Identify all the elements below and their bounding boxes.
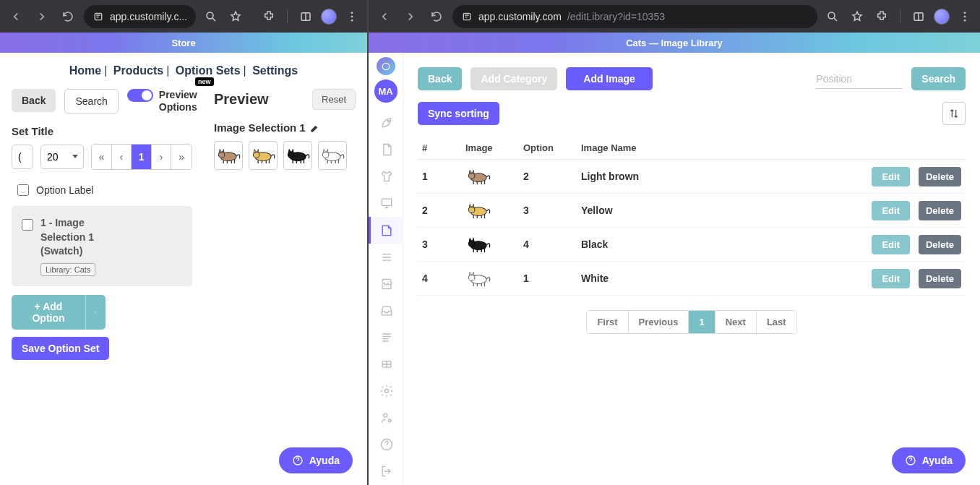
- menu-dots-icon[interactable]: [955, 7, 974, 26]
- nav-library-icon[interactable]: [369, 217, 403, 244]
- swatch-black[interactable]: [283, 141, 312, 170]
- table-pager-first[interactable]: First: [587, 311, 628, 333]
- panel-icon[interactable]: [909, 7, 928, 26]
- url-bar-left[interactable]: app.customily.c...: [84, 5, 196, 28]
- profile-avatar[interactable]: [934, 9, 950, 25]
- reload-icon[interactable]: [58, 7, 78, 27]
- nav-rocket-icon[interactable]: [369, 110, 403, 137]
- lib-back-button[interactable]: Back: [418, 67, 462, 90]
- option-card-checkbox[interactable]: [22, 219, 33, 231]
- add-image-button[interactable]: Add Image: [566, 67, 653, 90]
- edit-icon[interactable]: [310, 123, 320, 133]
- svg-point-37: [382, 63, 389, 69]
- app-bar-right: Cats — Image Library: [369, 33, 980, 53]
- delete-button[interactable]: Delete: [919, 235, 961, 254]
- pager-next[interactable]: ›: [152, 145, 172, 169]
- option-label-checkbox[interactable]: [17, 184, 29, 196]
- nav-page-icon[interactable]: [369, 137, 403, 163]
- star-icon[interactable]: [226, 7, 245, 26]
- pager-last[interactable]: »: [171, 145, 192, 169]
- edit-button[interactable]: Edit: [872, 235, 910, 254]
- swatch-white[interactable]: [318, 141, 347, 170]
- table-pager-last[interactable]: Last: [757, 311, 796, 333]
- user-avatar[interactable]: MA: [374, 80, 397, 102]
- forward-icon[interactable]: [400, 7, 421, 27]
- sort-icon[interactable]: [942, 102, 966, 125]
- delete-button[interactable]: Delete: [919, 201, 961, 220]
- extensions-icon[interactable]: [872, 7, 891, 26]
- cell-idx: 2: [418, 194, 461, 228]
- search-button[interactable]: Search: [64, 89, 118, 113]
- swatch-yellow[interactable]: [249, 141, 278, 170]
- back-icon[interactable]: [374, 7, 395, 27]
- delete-button[interactable]: Delete: [919, 269, 961, 288]
- pager-page[interactable]: 1: [132, 145, 152, 169]
- save-option-set-button[interactable]: Save Option Set: [12, 337, 109, 360]
- nav-inbox-icon[interactable]: [369, 297, 403, 324]
- breadcrumb-home[interactable]: Home: [69, 64, 101, 77]
- cell-option: 2: [519, 160, 577, 194]
- breadcrumb-option-sets[interactable]: Option Sets: [176, 64, 241, 77]
- url-path: /editLibrary?id=10353: [567, 11, 665, 22]
- svg-point-32: [828, 12, 835, 19]
- menu-dots-icon[interactable]: [343, 7, 361, 26]
- svg-point-3: [351, 12, 353, 14]
- nav-table-icon[interactable]: [369, 351, 403, 377]
- pager-first[interactable]: «: [92, 145, 112, 169]
- table-pager-page[interactable]: 1: [689, 311, 715, 333]
- help-button-right[interactable]: Ayuda: [892, 447, 966, 473]
- swatch-brown[interactable]: [214, 141, 243, 170]
- forward-icon[interactable]: [32, 7, 52, 27]
- nav-shirt-icon[interactable]: [369, 163, 403, 190]
- nav-bars-icon[interactable]: [369, 324, 403, 351]
- extensions-icon[interactable]: [259, 7, 278, 26]
- delete-button[interactable]: Delete: [919, 167, 961, 186]
- pager-prev[interactable]: ‹: [112, 145, 132, 169]
- page-size-select[interactable]: 20: [40, 145, 84, 169]
- nav-gear-icon[interactable]: [369, 378, 403, 405]
- option-card[interactable]: 1 - Image Selection 1 (Swatch) Library: …: [12, 206, 192, 286]
- breadcrumb-settings[interactable]: Settings: [252, 64, 298, 77]
- zoom-icon[interactable]: [823, 7, 842, 26]
- cell-name: White: [577, 262, 864, 296]
- add-option-split-button: + Add Option: [12, 295, 106, 330]
- nav-logout-icon[interactable]: [369, 458, 403, 485]
- nav-help-icon[interactable]: [369, 432, 403, 458]
- edit-button[interactable]: Edit: [872, 167, 910, 186]
- sync-sorting-button[interactable]: Sync sorting: [418, 102, 499, 125]
- panel-icon[interactable]: [296, 7, 315, 26]
- edit-button[interactable]: Edit: [872, 269, 910, 288]
- nav-monitor-icon[interactable]: [369, 190, 403, 217]
- breadcrumb-products[interactable]: Products: [113, 64, 163, 77]
- edit-button[interactable]: Edit: [872, 201, 910, 220]
- help-button-left[interactable]: Ayuda: [279, 447, 353, 473]
- zoom-icon[interactable]: [202, 7, 220, 26]
- library-badge: Library: Cats: [40, 263, 95, 276]
- add-option-button[interactable]: + Add Option: [12, 295, 85, 330]
- nav-store-icon[interactable]: [369, 270, 403, 297]
- back-icon[interactable]: [6, 7, 26, 27]
- svg-point-35: [964, 15, 966, 17]
- app-logo[interactable]: [377, 57, 395, 75]
- add-option-caret[interactable]: [85, 295, 106, 330]
- add-category-button[interactable]: Add Category: [470, 67, 557, 90]
- table-pager-prev[interactable]: Previous: [629, 311, 689, 333]
- svg-point-38: [387, 120, 390, 122]
- reload-icon[interactable]: [426, 7, 447, 27]
- svg-point-34: [964, 12, 966, 14]
- position-input[interactable]: [816, 69, 903, 89]
- preview-toggle-label: Preview Options: [159, 89, 202, 113]
- back-button[interactable]: Back: [12, 89, 56, 112]
- set-title-input[interactable]: [12, 145, 33, 169]
- nav-user-gear-icon[interactable]: [369, 405, 403, 432]
- reset-button[interactable]: Reset: [312, 89, 356, 110]
- table-row: 1 2 Light brown Edit Delete: [418, 160, 966, 194]
- lib-search-button[interactable]: Search: [911, 67, 966, 90]
- preview-toggle[interactable]: [127, 89, 153, 102]
- profile-avatar[interactable]: [321, 9, 337, 25]
- url-bar-right[interactable]: app.customily.com/editLibrary?id=10353: [452, 5, 817, 28]
- cell-idx: 4: [418, 262, 461, 296]
- nav-list-icon[interactable]: [369, 244, 403, 270]
- table-pager-next[interactable]: Next: [715, 311, 757, 333]
- star-icon[interactable]: [848, 7, 867, 26]
